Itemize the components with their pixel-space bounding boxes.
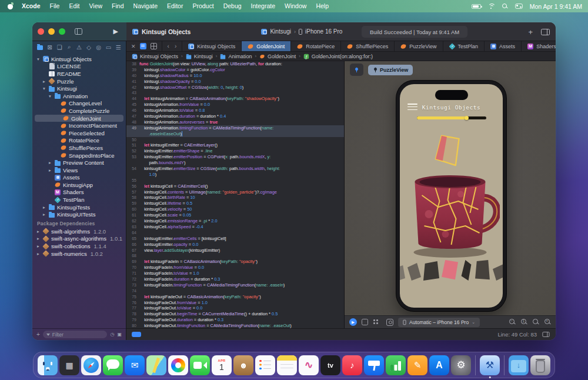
shard[interactable] xyxy=(407,263,421,281)
test-navigator-icon[interactable]: ◇ xyxy=(86,44,92,51)
sidebar-item-readme[interactable]: README xyxy=(32,70,126,78)
sidebar-item-views[interactable]: ▸Views xyxy=(32,166,126,174)
sidebar-item-changelevel[interactable]: ChangeLevel xyxy=(32,100,126,108)
sidebar-item-snappedintoplace[interactable]: SnappedIntoPlace xyxy=(32,152,126,159)
preview-device-pill[interactable]: Automatic – iPhone 16 Pro ⌄ xyxy=(398,318,480,327)
dock-icon-messages[interactable] xyxy=(103,355,123,375)
report-navigator-icon[interactable]: ☰ xyxy=(115,44,121,51)
sidebar-package-swift-async-algorithms[interactable]: ▸swift-async-algorithms1.0.1 xyxy=(32,235,126,243)
sidebar-item-puzzle[interactable]: ▸Puzzle xyxy=(32,78,126,85)
dock-icon-appstore[interactable]: A xyxy=(429,355,449,375)
toggle-navigator-icon[interactable] xyxy=(75,28,82,35)
show-recent-icon[interactable]: ◷ xyxy=(110,332,114,337)
forward-icon[interactable]: › xyxy=(175,43,176,49)
breakpoint-navigator-icon[interactable]: ▭ xyxy=(106,44,112,51)
add-file-button[interactable]: + xyxy=(36,331,40,338)
shard[interactable] xyxy=(460,260,472,281)
toggle-inspector-icon[interactable] xyxy=(541,29,550,35)
dock-icon-pages[interactable]: ✎ xyxy=(407,355,427,375)
breadcrumb-item[interactable]: GoldenJoint xyxy=(259,54,296,59)
tab-puzzleview[interactable]: PuzzleView xyxy=(395,41,443,51)
run-button[interactable]: ▶ xyxy=(113,28,118,35)
shard-selected-pink[interactable] xyxy=(442,260,458,281)
zoom-window-button[interactable] xyxy=(59,28,65,35)
dock-icon-safari[interactable] xyxy=(81,355,101,375)
sidebar-item-animation[interactable]: ▾Animation xyxy=(32,92,126,100)
back-icon[interactable]: ‹ xyxy=(168,43,169,49)
kintsugi-mug[interactable] xyxy=(403,160,500,260)
add-button[interactable]: + xyxy=(528,28,533,36)
menu-item-help[interactable]: Help xyxy=(311,0,333,12)
dock-icon-appletv[interactable]: tv xyxy=(320,355,340,375)
disclosure-icon[interactable]: ▸ xyxy=(42,79,46,84)
sidebar-item-kintsugitests[interactable]: ▸KintsugiTests xyxy=(32,204,126,211)
tab-shaders[interactable]: Shaders xyxy=(522,41,556,51)
sidebar-item-license[interactable]: LICENSE xyxy=(32,63,126,71)
sidebar-item-kintsugi[interactable]: ▾Kintsugi xyxy=(32,85,126,92)
source-control-navigator-icon[interactable]: ⊠ xyxy=(47,44,53,51)
control-center-icon[interactable] xyxy=(515,4,523,9)
menu-item-find[interactable]: Find xyxy=(107,0,128,12)
dock-icon-launchpad[interactable]: ▦ xyxy=(59,355,79,375)
dock-icon-notes[interactable] xyxy=(277,355,297,375)
preview-canvas[interactable]: PuzzleView Kintsugi Objects xyxy=(345,61,556,315)
sidebar-item-goldenjoint[interactable]: GoldenJoint xyxy=(35,115,123,122)
pin-preview-button[interactable] xyxy=(350,64,363,76)
shard[interactable] xyxy=(400,265,405,281)
apple-menu-icon[interactable] xyxy=(7,3,14,9)
wifi-icon[interactable] xyxy=(488,4,495,9)
tab-assets[interactable]: Assets xyxy=(485,41,522,51)
shard[interactable] xyxy=(475,260,490,281)
bookmark-navigator-icon[interactable]: ❏ xyxy=(56,44,62,51)
disclosure-icon[interactable]: ▸ xyxy=(42,212,46,217)
editor-layout-icon[interactable] xyxy=(543,332,550,337)
battery-icon[interactable] xyxy=(472,4,481,9)
shard[interactable] xyxy=(493,264,503,281)
dock-icon-calendar[interactable]: APR1 xyxy=(212,355,232,375)
show-scm-status-icon[interactable]: ▣ xyxy=(117,332,122,337)
breadcrumb-item[interactable]: Kintsugi Objects xyxy=(132,54,178,59)
zoom-out-icon[interactable]: − xyxy=(509,319,516,325)
sidebar-item-preview-content[interactable]: ▸Preview Content xyxy=(32,159,126,166)
dock-icon-mail[interactable]: ✉ xyxy=(125,355,145,375)
device-settings-icon[interactable] xyxy=(386,319,393,326)
dock-icon-numbers[interactable] xyxy=(386,355,406,375)
sidebar-item-pieceselected[interactable]: PieceSelected xyxy=(32,129,126,137)
project-navigator-icon[interactable] xyxy=(37,45,43,50)
breadcrumb-item[interactable]: Animation xyxy=(220,54,252,59)
sidebar-package-swift-collections[interactable]: ▸swift-collections1.1.4 xyxy=(32,242,126,250)
dock-icon-finder[interactable] xyxy=(38,355,58,375)
minimize-window-button[interactable] xyxy=(48,28,55,35)
sidebar-item-shufflepieces[interactable]: ShufflePieces xyxy=(32,144,126,152)
sidebar-item-rotatepiece[interactable]: RotatePiece xyxy=(32,137,126,145)
filter-field[interactable]: Filter xyxy=(43,331,108,338)
disclosure-icon[interactable]: ▾ xyxy=(36,56,41,62)
disclosure-icon[interactable]: ▸ xyxy=(48,160,52,165)
disclosure-icon[interactable]: ▸ xyxy=(36,229,41,234)
disclosure-icon[interactable]: ▸ xyxy=(42,205,46,210)
zoom-fit-icon[interactable] xyxy=(533,319,539,325)
menu-item-product[interactable]: Product xyxy=(188,0,218,12)
menu-item-debug[interactable]: Debug xyxy=(219,0,246,12)
dock-icon-maps[interactable] xyxy=(146,355,166,375)
menu-item-window[interactable]: Window xyxy=(280,0,311,12)
dock-icon-music[interactable]: ♪ xyxy=(342,355,362,375)
menu-item-edit[interactable]: Edit xyxy=(64,0,84,12)
tab-shufflepieces[interactable]: ShufflePieces xyxy=(341,41,395,51)
menu-item-view[interactable]: View xyxy=(85,0,108,12)
scheme-selector[interactable]: Kintsugi › iPhone 16 Pro xyxy=(261,28,342,35)
breadcrumb-item[interactable]: GoldenJoint(on:along:for:) xyxy=(303,54,373,59)
breakpoints-indicator[interactable] xyxy=(132,332,141,337)
close-window-button[interactable] xyxy=(38,28,44,35)
breadcrumb-item[interactable]: Kintsugi xyxy=(186,54,213,59)
sidebar-item-completepuzzle[interactable]: CompletePuzzle xyxy=(32,107,126,115)
pinned-tab-icon[interactable] xyxy=(140,43,146,49)
selectable-mode-icon[interactable] xyxy=(362,319,368,325)
sidebar-item-kintsugiapp[interactable]: KintsugiApp xyxy=(32,181,126,189)
live-preview-button[interactable]: ▶ xyxy=(349,318,357,326)
disclosure-icon[interactable]: ▸ xyxy=(36,244,41,249)
disclosure-icon[interactable]: ▸ xyxy=(36,236,41,241)
sidebar-item-assets[interactable]: Assets xyxy=(32,174,126,182)
sidebar-item-kintsugi-objects[interactable]: ▾Kintsugi Objects xyxy=(32,55,126,63)
sidebar-item-testplan[interactable]: TestPlan xyxy=(32,196,126,204)
